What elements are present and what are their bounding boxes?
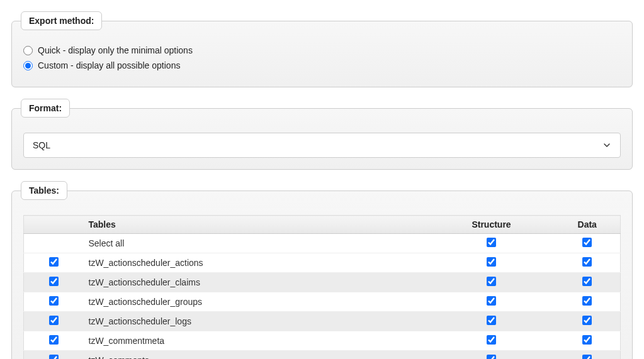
- table-row: tzW_actionscheduler_groups: [24, 292, 621, 312]
- export-method-legend: Export method:: [21, 11, 102, 30]
- table-row-data-checkbox[interactable]: [582, 277, 592, 286]
- format-select[interactable]: SQL: [23, 133, 621, 158]
- tables-table: Tables Structure Data Select all tzW_act…: [23, 215, 621, 359]
- table-row-name: tzW_comments: [84, 351, 429, 360]
- table-row: tzW_comments: [24, 351, 621, 360]
- table-row: tzW_commentmeta: [24, 331, 621, 351]
- tables-panel: Tables: Tables Structure Data Select all…: [11, 181, 633, 359]
- table-row: tzW_actionscheduler_logs: [24, 312, 621, 331]
- table-row-select-checkbox[interactable]: [49, 277, 59, 286]
- table-row-data-checkbox[interactable]: [582, 355, 592, 359]
- table-row-name: tzW_commentmeta: [84, 331, 429, 351]
- table-row-structure-checkbox[interactable]: [487, 257, 496, 267]
- table-row-structure-checkbox[interactable]: [487, 335, 496, 345]
- table-row-data-checkbox[interactable]: [582, 335, 592, 345]
- table-row-select-checkbox[interactable]: [49, 355, 59, 359]
- table-row-structure-checkbox[interactable]: [487, 277, 496, 286]
- export-method-quick-label: Quick - display only the minimal options: [38, 45, 193, 55]
- tables-select-all-label: Select all: [84, 234, 429, 253]
- table-row-structure-checkbox[interactable]: [487, 316, 496, 325]
- table-row: tzW_actionscheduler_claims: [24, 273, 621, 292]
- table-row-data-checkbox[interactable]: [582, 257, 592, 267]
- export-method-panel: Export method: Quick - display only the …: [11, 11, 633, 87]
- table-row-data-checkbox[interactable]: [582, 296, 592, 306]
- table-row-data-checkbox[interactable]: [582, 316, 592, 325]
- export-method-custom-label: Custom - display all possible options: [38, 60, 180, 70]
- export-method-custom-radio[interactable]: [23, 61, 33, 70]
- export-method-radio-group: Quick - display only the minimal options…: [23, 45, 621, 70]
- tables-header-select: [24, 216, 84, 234]
- tables-header-data: Data: [555, 216, 621, 234]
- format-panel: Format: SQL: [11, 99, 633, 170]
- export-method-custom-row[interactable]: Custom - display all possible options: [23, 60, 621, 70]
- table-row: tzW_actionscheduler_actions: [24, 253, 621, 273]
- table-row-name: tzW_actionscheduler_claims: [84, 273, 429, 292]
- format-select-value: SQL: [33, 140, 602, 150]
- table-row-structure-checkbox[interactable]: [487, 355, 496, 359]
- select-all-data-checkbox[interactable]: [582, 238, 592, 247]
- tables-header-row: Tables Structure Data: [24, 216, 621, 234]
- export-method-quick-radio[interactable]: [23, 46, 33, 55]
- chevron-down-icon: [602, 141, 611, 150]
- table-row-select-checkbox[interactable]: [49, 296, 59, 306]
- table-row-name: tzW_actionscheduler_logs: [84, 312, 429, 331]
- table-row-select-checkbox[interactable]: [49, 257, 59, 267]
- table-row-select-checkbox[interactable]: [49, 316, 59, 325]
- format-legend: Format:: [21, 99, 70, 118]
- tables-header-structure: Structure: [429, 216, 555, 234]
- tables-header-tables: Tables: [84, 216, 429, 234]
- select-all-structure-checkbox[interactable]: [487, 238, 496, 247]
- export-method-quick-row[interactable]: Quick - display only the minimal options: [23, 45, 621, 55]
- table-row-name: tzW_actionscheduler_actions: [84, 253, 429, 273]
- table-row-select-checkbox[interactable]: [49, 335, 59, 345]
- table-row-structure-checkbox[interactable]: [487, 296, 496, 306]
- table-row-name: tzW_actionscheduler_groups: [84, 292, 429, 312]
- tables-select-all-row: Select all: [24, 234, 621, 253]
- tables-legend: Tables:: [21, 181, 67, 200]
